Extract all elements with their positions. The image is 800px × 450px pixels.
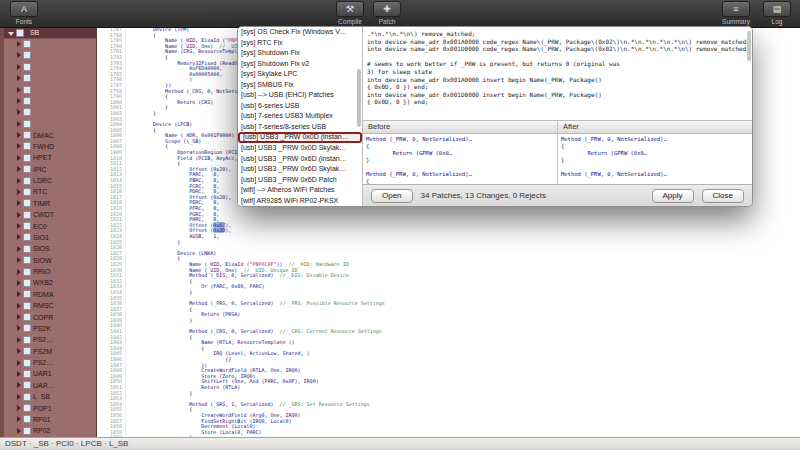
disclosure-triangle-icon[interactable] bbox=[17, 360, 21, 366]
disclosure-triangle-icon[interactable] bbox=[17, 98, 21, 104]
patch-list-item[interactable]: [sys] Shutdown Fix bbox=[238, 48, 362, 59]
disclosure-triangle-icon[interactable] bbox=[17, 280, 21, 286]
patch-list-item[interactable]: [sys] Shutdown Fix v2 bbox=[238, 59, 362, 70]
sidebar-item-fwhd[interactable]: FWHD bbox=[4, 141, 96, 152]
disclosure-triangle-icon[interactable] bbox=[17, 200, 21, 206]
sidebar-item[interactable] bbox=[4, 107, 96, 118]
fonts-button[interactable]: A Fonts bbox=[6, 1, 42, 25]
patch-list-item[interactable]: [usb] 7-series USB3 Multiplex bbox=[238, 111, 362, 122]
disclosure-triangle-icon[interactable] bbox=[17, 178, 21, 184]
sidebar-item-sio1[interactable]: SIO1 bbox=[4, 232, 96, 243]
disclosure-triangle-icon[interactable] bbox=[17, 291, 21, 297]
disclosure-triangle-icon[interactable] bbox=[17, 325, 21, 331]
sidebar-item-ps2[interactable]: PS2… bbox=[4, 334, 96, 345]
disclosure-triangle-icon[interactable] bbox=[17, 394, 21, 400]
compile-button[interactable]: ⚒ Compile bbox=[331, 1, 369, 25]
sidebar-item-rdma[interactable]: RDMA bbox=[4, 289, 96, 300]
disclosure-triangle-icon[interactable] bbox=[17, 371, 21, 377]
disclosure-triangle-icon[interactable] bbox=[17, 416, 21, 422]
disclosure-triangle-icon[interactable] bbox=[8, 32, 14, 36]
disclosure-triangle-icon[interactable] bbox=[17, 234, 21, 240]
disclosure-triangle-icon[interactable] bbox=[17, 314, 21, 320]
patch-list-item[interactable]: [usb] USB3 _PRW 0x6D Patch bbox=[238, 175, 362, 186]
sidebar-item-wxb2[interactable]: WXB2 bbox=[4, 277, 96, 288]
disclosure-triangle-icon[interactable] bbox=[17, 303, 21, 309]
sidebar-item-rmsc[interactable]: RMSC bbox=[4, 300, 96, 311]
sidebar-item-l_sb[interactable]: L_SB bbox=[4, 391, 96, 402]
patch-list-item[interactable]: [sys] Skylake LPC bbox=[238, 69, 362, 80]
sidebar-item-rtc[interactable]: RTC bbox=[4, 186, 96, 197]
sidebar-item-uar1[interactable]: UAR1 bbox=[4, 368, 96, 379]
disclosure-triangle-icon[interactable] bbox=[17, 405, 21, 411]
disclosure-triangle-icon[interactable] bbox=[17, 337, 21, 343]
patch-list-item[interactable]: [usb] 7-series/8-series USB bbox=[238, 122, 362, 133]
disclosure-triangle-icon[interactable] bbox=[17, 41, 21, 47]
open-button[interactable]: Open bbox=[371, 189, 413, 203]
sidebar-item-ps2m[interactable]: PS2M bbox=[4, 346, 96, 357]
disclosure-triangle-icon[interactable] bbox=[17, 382, 21, 388]
patch-list-item[interactable]: [wifi] --> Atheros WiFi Patches bbox=[238, 185, 362, 196]
close-button[interactable]: Close bbox=[702, 189, 744, 203]
sidebar-item[interactable] bbox=[4, 38, 96, 49]
apply-button[interactable]: Apply bbox=[652, 189, 694, 203]
disclosure-triangle-icon[interactable] bbox=[17, 166, 21, 172]
disclosure-triangle-icon[interactable] bbox=[17, 155, 21, 161]
log-button[interactable]: ▤ Log bbox=[762, 1, 792, 25]
sidebar-item-hpet[interactable]: HPET bbox=[4, 152, 96, 163]
sidebar-item[interactable] bbox=[4, 50, 96, 61]
patch-list-item[interactable]: [usb] USB3 _PRW 0x0D Skylak… bbox=[238, 143, 362, 154]
patch-list-item[interactable]: [usb] 6-series USB bbox=[238, 101, 362, 112]
disclosure-triangle-icon[interactable] bbox=[17, 132, 21, 138]
patch-list-item[interactable]: [sys] RTC Fix bbox=[238, 38, 362, 49]
sidebar-item[interactable] bbox=[4, 73, 96, 84]
disclosure-triangle-icon[interactable] bbox=[17, 143, 21, 149]
disclosure-triangle-icon[interactable] bbox=[17, 189, 21, 195]
sidebar-item-dmac[interactable]: DMAC bbox=[4, 129, 96, 140]
breadcrumb[interactable]: DSDT · _SB · PCI0 · LPCB · L_SB bbox=[5, 439, 128, 448]
patch-list-item[interactable]: [usb] USB3 _PRW 0x6D (instan… bbox=[238, 154, 362, 165]
sidebar-item-timr[interactable]: TIMR bbox=[4, 198, 96, 209]
patch-list-item[interactable]: [usb] --> USB (EHCI) Patches bbox=[238, 90, 362, 101]
sidebar-item-cwdt[interactable]: CWDT bbox=[4, 209, 96, 220]
disclosure-triangle-icon[interactable] bbox=[17, 257, 21, 263]
disclosure-triangle-icon[interactable] bbox=[17, 109, 21, 115]
patch-list-item[interactable]: [sys] SMBUS Fix bbox=[238, 80, 362, 91]
sidebar-item-uar[interactable]: UAR… bbox=[4, 380, 96, 391]
disclosure-triangle-icon[interactable] bbox=[17, 75, 21, 81]
sidebar-item-ps2k[interactable]: PS2K bbox=[4, 323, 96, 334]
patch-button[interactable]: ✚ Patch bbox=[371, 1, 403, 25]
disclosure-triangle-icon[interactable] bbox=[17, 246, 21, 252]
sidebar-item[interactable] bbox=[4, 61, 96, 72]
sidebar-item-ec0[interactable]: EC0 bbox=[4, 220, 96, 231]
sidebar-item-ldrc[interactable]: LDRC bbox=[4, 175, 96, 186]
sidebar-item-copr[interactable]: COPR bbox=[4, 311, 96, 322]
disclosure-triangle-icon[interactable] bbox=[17, 121, 21, 127]
disclosure-triangle-icon[interactable] bbox=[17, 64, 21, 70]
disclosure-triangle-icon[interactable] bbox=[17, 212, 21, 218]
patch-list-item[interactable]: [sys] OS Check Fix (Windows V… bbox=[238, 27, 362, 38]
patch-list-scrollbar[interactable] bbox=[357, 69, 361, 127]
patch-text-scrollbar[interactable] bbox=[747, 31, 751, 61]
patch-list-item[interactable]: [wifi] AR9285 WiFi RP02-PKSX bbox=[238, 196, 362, 206]
sidebar-item[interactable] bbox=[4, 118, 96, 129]
sidebar-item-rp01[interactable]: RP01 bbox=[4, 414, 96, 425]
sidebar-item-pop1[interactable]: POP1 bbox=[4, 402, 96, 413]
sidebar-item-rp02[interactable]: RP02 bbox=[4, 425, 96, 436]
disclosure-triangle-icon[interactable] bbox=[17, 348, 21, 354]
patch-text-view[interactable]: .*\n.*\n.*\n\) remove_matched;into devic… bbox=[363, 27, 752, 121]
sidebar-item-ps2[interactable]: PS2… bbox=[4, 357, 96, 368]
disclosure-triangle-icon[interactable] bbox=[17, 52, 21, 58]
sidebar-item-rrio[interactable]: RRIO bbox=[4, 266, 96, 277]
disclosure-triangle-icon[interactable] bbox=[17, 87, 21, 93]
patch-list-item[interactable]: [usb] USB3 _PRW 0x0D (instan… bbox=[238, 132, 362, 143]
sidebar-item-sios[interactable]: SIOS bbox=[4, 243, 96, 254]
disclosure-triangle-icon[interactable] bbox=[17, 428, 21, 434]
sidebar-item-_sb[interactable]: _SB bbox=[4, 27, 96, 38]
sidebar-item-ipic[interactable]: IPIC bbox=[4, 164, 96, 175]
disclosure-triangle-icon[interactable] bbox=[17, 269, 21, 275]
sidebar-item[interactable] bbox=[4, 84, 96, 95]
sidebar-item[interactable] bbox=[4, 95, 96, 106]
summary-button[interactable]: ≡ Summary bbox=[712, 1, 760, 25]
disclosure-triangle-icon[interactable] bbox=[17, 223, 21, 229]
patch-list-item[interactable]: [usb] USB3 _PRW 0x6D Skylak… bbox=[238, 164, 362, 175]
